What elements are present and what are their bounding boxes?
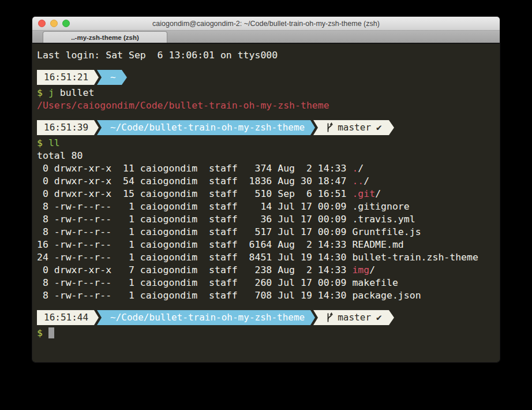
prompt-path: ~/Code/bullet-train-oh-my-zsh-theme (110, 121, 305, 134)
prompt-line: 16:51:21 ~ (37, 70, 495, 85)
terminal-window: caiogondim@caiogondim-2: ~/Code/bullet-t… (32, 16, 500, 363)
prompt-time: 16:51:44 (44, 311, 88, 324)
prompt-time-segment: 16:51:44 (37, 310, 94, 325)
terminal-screen[interactable]: Last login: Sat Sep 6 13:06:01 on ttys00… (32, 44, 500, 362)
git-branch-name: master (338, 121, 371, 134)
command-text: ll (48, 137, 60, 148)
powerline-separator-icon (94, 120, 104, 135)
command-output: /Users/caiogondim/Code/bullet-train-oh-m… (37, 99, 495, 112)
prompt-dollar: $ (37, 87, 48, 98)
list-item: 0 drwxr-xr-x 7 caiogondim staff 238 Aug … (37, 264, 495, 277)
prompt-dir-segment: ~ (104, 70, 122, 85)
git-clean-check: ✔ (376, 311, 382, 324)
list-item: 0 drwxr-xr-x 54 caiogondim staff 1836 Au… (37, 175, 495, 188)
prompt-line: 16:51:39 ~/Code/bullet-train-oh-my-zsh-t… (37, 120, 495, 135)
list-item: 16 -rw-r--r-- 1 caiogondim staff 6164 Au… (37, 238, 495, 251)
command-line: $ ll (37, 137, 495, 150)
terminal-cursor (48, 327, 54, 338)
git-branch-name: master (338, 311, 371, 324)
git-branch-icon (325, 312, 334, 323)
prompt-path: ~/Code/bullet-train-oh-my-zsh-theme (110, 311, 305, 324)
prompt-dir-segment: ~/Code/bullet-train-oh-my-zsh-theme (104, 120, 310, 135)
last-login-line: Last login: Sat Sep 6 13:06:01 on ttys00… (37, 49, 495, 62)
list-item: 8 -rw-r--r-- 1 caiogondim staff 36 Jul 1… (37, 213, 495, 226)
command-line-current[interactable]: $ (37, 327, 495, 340)
tab-bar: ..-my-zsh-theme (zsh) (32, 31, 500, 44)
zoom-button[interactable] (62, 20, 70, 27)
command-args: bullet (54, 87, 95, 98)
powerline-separator-icon (94, 70, 104, 85)
command-line: $ j bullet (37, 87, 495, 99)
prompt-line: 16:51:44 ~/Code/bullet-train-oh-my-zsh-t… (37, 310, 495, 325)
traffic-lights (38, 20, 70, 27)
powerline-separator-icon (310, 120, 321, 135)
prompt-time: 16:51:21 (44, 71, 88, 84)
powerline-end-icon (122, 70, 130, 85)
window-title: caiogondim@caiogondim-2: ~/Code/bullet-t… (32, 20, 500, 28)
list-item: 0 drwxr-xr-x 11 caiogondim staff 374 Aug… (37, 162, 495, 175)
list-item: 24 -rw-r--r-- 1 caiogondim staff 8451 Ju… (37, 251, 495, 264)
list-item: 8 -rw-r--r-- 1 caiogondim staff 517 Jul … (37, 226, 495, 238)
minimize-button[interactable] (50, 20, 58, 27)
listing-total: total 80 (37, 150, 495, 162)
list-item: 8 -rw-r--r-- 1 caiogondim staff 14 Jul 1… (37, 200, 495, 213)
list-item: 8 -rw-r--r-- 1 caiogondim staff 708 Jul … (37, 289, 495, 302)
command-text: j (48, 87, 54, 98)
powerline-end-icon (389, 120, 397, 135)
powerline-end-icon (389, 310, 397, 325)
prompt-time-segment: 16:51:39 (37, 120, 94, 135)
prompt-time: 16:51:39 (44, 121, 88, 134)
prompt-dollar: $ (37, 327, 48, 338)
window-titlebar[interactable]: caiogondim@caiogondim-2: ~/Code/bullet-t… (32, 17, 500, 31)
file-listing: 0 drwxr-xr-x 11 caiogondim staff 374 Aug… (37, 162, 495, 302)
powerline-separator-icon (94, 310, 104, 325)
git-clean-check: ✔ (376, 121, 382, 134)
prompt-dollar: $ (37, 137, 48, 148)
list-item: 8 -rw-r--r-- 1 caiogondim staff 260 Jul … (37, 277, 495, 289)
prompt-git-segment: master✔ (321, 310, 388, 325)
prompt-time-segment: 16:51:21 (37, 70, 94, 85)
list-item: 0 drwxr-xr-x 15 caiogondim staff 510 Sep… (37, 188, 495, 200)
prompt-path: ~ (110, 71, 116, 84)
terminal-tab[interactable]: ..-my-zsh-theme (zsh) (43, 31, 167, 43)
powerline-separator-icon (310, 310, 321, 325)
tab-label: ..-my-zsh-theme (zsh) (71, 34, 139, 41)
prompt-dir-segment: ~/Code/bullet-train-oh-my-zsh-theme (104, 310, 310, 325)
prompt-git-segment: master✔ (321, 120, 388, 135)
close-button[interactable] (38, 20, 46, 27)
git-branch-icon (325, 122, 334, 133)
